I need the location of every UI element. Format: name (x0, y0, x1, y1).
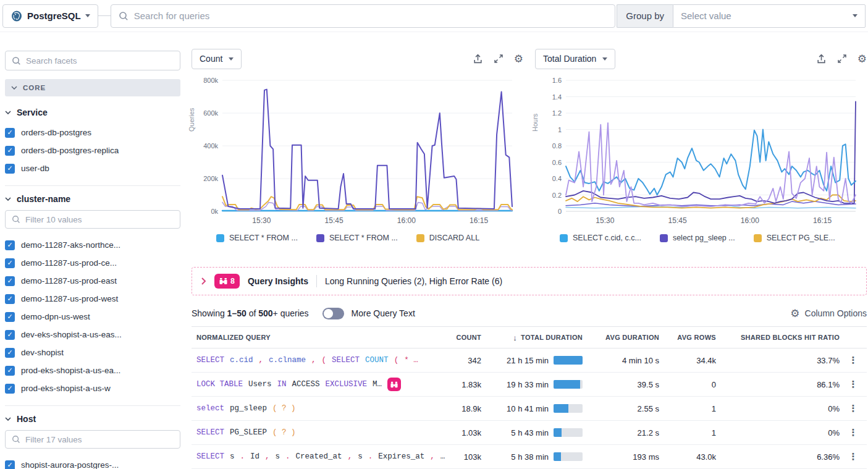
kebab-menu-icon[interactable]: ⋮ (849, 427, 858, 437)
checkbox-checked[interactable]: ✓ (5, 240, 15, 250)
facet-item[interactable]: ✓demo-11287-us-prod-ce... (5, 254, 180, 272)
query-search-input[interactable] (134, 11, 608, 21)
export-icon[interactable] (473, 54, 483, 64)
query-token: s (358, 452, 363, 461)
metric-label: Count (200, 54, 222, 64)
insight-badge-icon[interactable] (387, 378, 401, 391)
legend-item[interactable]: SELECT c.cid, c.c... (560, 234, 641, 242)
legend-label: select pg_sleep ... (673, 234, 735, 242)
header-avg-duration[interactable]: AVG DURATION (586, 334, 659, 341)
legend-item[interactable]: select pg_sleep ... (660, 234, 735, 242)
facet-section-cluster-name: cluster-name✓demo-11287-aks-northce...✓d… (5, 185, 180, 397)
total-duration-value: 10 h 41 min (507, 404, 549, 413)
header-normalized-query[interactable]: NORMALIZED QUERY (192, 334, 445, 341)
metric-select[interactable]: Count (192, 49, 242, 69)
checkbox-checked[interactable]: ✓ (5, 460, 15, 469)
cell-count: 342 (445, 356, 481, 365)
svg-text:0: 0 (558, 208, 562, 215)
kebab-menu-icon[interactable]: ⋮ (849, 379, 858, 389)
cell-shared-ratio: 33.7% (716, 356, 840, 365)
checkbox-checked[interactable]: ✓ (5, 366, 15, 376)
cell-avg-duration: 21.2 s (586, 428, 659, 437)
table-row[interactable]: SELECT s. Id, s. Created_at, s. Expires_… (192, 445, 867, 469)
checkbox-checked[interactable]: ✓ (5, 348, 15, 358)
kebab-menu-icon[interactable]: ⋮ (849, 355, 858, 365)
group-by-select[interactable]: Select value (673, 4, 866, 28)
insights-summary: Long Running Queries (2), High Error Rat… (325, 276, 502, 286)
facet-title-service[interactable]: Service (5, 108, 180, 117)
facet-title-host[interactable]: Host (5, 414, 180, 424)
checkbox-checked[interactable]: ✓ (5, 294, 15, 304)
chevron-down-icon (85, 14, 90, 17)
count-plot-area[interactable]: 0k200k400k600k800k15:3015:4516:0016:15 (192, 73, 523, 227)
series-purple-2 (566, 201, 856, 206)
core-section-header[interactable]: CORE (5, 79, 180, 96)
legend-item[interactable]: DISCARD ALL (416, 234, 479, 242)
count-chart[interactable]: Queries 0k200k400k600k800k15:3015:4516:0… (192, 73, 523, 242)
facet-filter-input[interactable] (25, 435, 174, 444)
toggle-label: More Query Text (352, 308, 415, 318)
checkbox-checked[interactable]: ✓ (5, 258, 15, 268)
duration-chart[interactable]: Hours 00.20.40.60.811.21.41.615:3015:451… (535, 73, 867, 242)
facet-item[interactable]: ✓user-db (5, 159, 180, 177)
legend-swatch (316, 234, 324, 242)
svg-text:1.4: 1.4 (552, 93, 562, 101)
kebab-menu-icon[interactable]: ⋮ (849, 451, 858, 462)
duration-plot-area[interactable]: 00.20.40.60.811.21.41.615:3015:4516:0016… (535, 73, 867, 227)
checkbox-checked[interactable]: ✓ (5, 384, 15, 394)
header-count[interactable]: COUNT (445, 334, 481, 341)
export-icon[interactable] (816, 54, 827, 64)
header-total-duration[interactable]: ↓ TOTAL DURATION (481, 333, 586, 342)
table-row[interactable]: LOCK TABLE Users IN ACCESS EXCLUSIVE M…1… (192, 373, 867, 397)
fullscreen-icon[interactable] (494, 54, 504, 64)
gear-icon: ⚙ (790, 308, 799, 319)
header-avg-rows[interactable]: AVG ROWS (659, 334, 716, 341)
query-insights-banner[interactable]: 8 Query Insights Long Running Queries (2… (192, 267, 867, 295)
checkbox-checked[interactable]: ✓ (5, 128, 15, 138)
checkbox-checked[interactable]: ✓ (5, 312, 15, 322)
facet-item[interactable]: ✓orders-db-postgres (5, 124, 180, 142)
facet-item[interactable]: ✓demo-dpn-us-west (5, 308, 180, 326)
svg-text:15:45: 15:45 (325, 216, 343, 225)
facet-item[interactable]: ✓demo-11287-us-prod-west (5, 290, 180, 308)
facet-search-input[interactable] (26, 56, 174, 65)
column-options-button[interactable]: ⚙ Column Options (790, 308, 867, 319)
checkbox-checked[interactable]: ✓ (5, 276, 15, 286)
facet-item[interactable]: ✓prod-eks-shopist-a-us-w (5, 379, 180, 397)
legend-item[interactable]: SELECT PG_SLE... (754, 234, 835, 242)
legend-item[interactable]: SELECT * FROM ... (216, 234, 298, 242)
facet-section-service: Service✓orders-db-postgres✓orders-db-pos… (5, 105, 180, 177)
facet-item[interactable]: ✓orders-db-postgres-replica (5, 142, 180, 159)
facet-title-cluster-name[interactable]: cluster-name (5, 194, 180, 204)
facet-item[interactable]: ✓shopist-aurora-postgres-... (5, 456, 180, 469)
gear-icon[interactable]: ⚙ (514, 54, 523, 64)
cell-total-duration: 5 h 38 min (481, 452, 586, 462)
facet-item[interactable]: ✓dev-eks-shopist-a-us-eas... (5, 326, 180, 344)
facet-item-label: prod-eks-shopist-a-us-ea... (21, 366, 120, 375)
table-row[interactable]: select pg_sleep ( ? )18.9k10 h 41 min2.5… (192, 397, 867, 421)
gear-icon[interactable]: ⚙ (857, 54, 867, 64)
kebab-menu-icon[interactable]: ⋮ (849, 403, 858, 413)
legend-item[interactable]: SELECT * FROM ... (316, 234, 398, 242)
chevron-down-icon (853, 14, 857, 17)
y-axis-label: Queries (188, 108, 195, 132)
facet-item[interactable]: ✓demo-11287-aks-northce... (5, 236, 180, 254)
more-query-text-toggle[interactable] (322, 308, 344, 319)
checkbox-checked[interactable]: ✓ (5, 146, 15, 156)
duration-bar (554, 428, 583, 437)
chevron-down-icon (5, 417, 11, 421)
table-row[interactable]: SELECT PG_SLEEP ( ? )1.03k5 h 43 min21.2… (192, 421, 867, 445)
table-row[interactable]: SELECT c.cid, c.clname, ( SELECT COUNT (… (192, 349, 867, 373)
facet-item[interactable]: ✓demo-11287-us-prod-east (5, 272, 180, 290)
checkbox-checked[interactable]: ✓ (5, 164, 15, 174)
facet-filter-input[interactable] (25, 215, 174, 224)
metric-select[interactable]: Total Duration (535, 49, 615, 69)
cell-avg-rows: 1 (659, 428, 716, 437)
facet-item[interactable]: ✓dev-shopist (5, 344, 180, 361)
facet-item[interactable]: ✓prod-eks-shopist-a-us-ea... (5, 361, 180, 379)
header-shared-blocks-hit-ratio[interactable]: SHARED BLOCKS HIT RATIO (716, 334, 840, 341)
checkbox-checked[interactable]: ✓ (5, 330, 15, 340)
query-token: Users (248, 380, 272, 389)
product-select[interactable]: PostgreSQL (2, 4, 98, 28)
fullscreen-icon[interactable] (837, 54, 847, 64)
